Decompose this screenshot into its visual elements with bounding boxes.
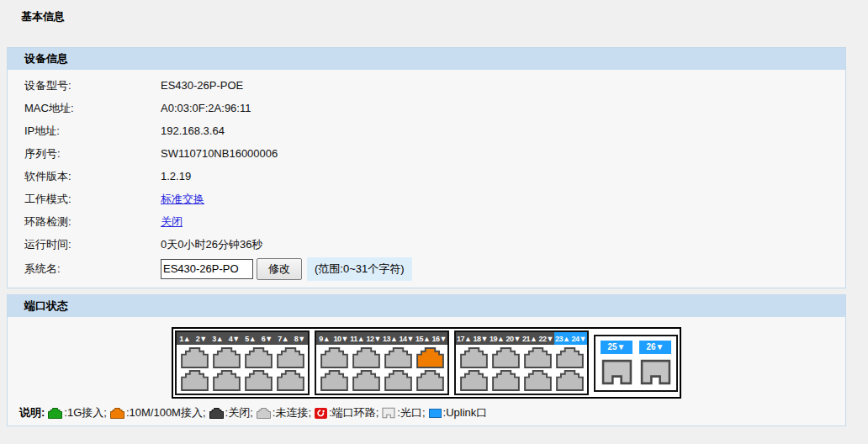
port-10-label: 10▼ <box>333 332 350 345</box>
page: 基本信息 设备信息 设备型号:ES430-26P-POEMAC地址:A0:03:… <box>0 9 868 426</box>
page-title: 基本信息 <box>21 9 868 24</box>
work-mode-label: 工作模式: <box>8 192 161 207</box>
legend-text-disconnected: :未连接; <box>273 405 311 420</box>
device-info-header: 设备信息 <box>8 48 845 70</box>
port-8-label: 8▼ <box>292 332 309 345</box>
info-row-uptime: 运行时间:0天0小时26分钟36秒 <box>8 233 845 256</box>
loop-icon <box>315 408 327 419</box>
legend-item-off: :关闭; <box>209 405 253 420</box>
disconnected-icon <box>257 408 271 419</box>
port-group-1: 1▲2▼3▲4▼5▲6▼7▲8▼ <box>175 330 310 395</box>
port-24-rj45-icon <box>556 370 584 391</box>
port-16-rj45-icon <box>416 370 444 391</box>
port-23-label: 23▲ <box>554 332 571 345</box>
legend-text-fiber: :光口; <box>397 405 425 420</box>
device-info-panel: 设备信息 设备型号:ES430-26P-POEMAC地址:A0:03:0F:2A… <box>7 47 846 288</box>
device-info-body: 设备型号:ES430-26P-POEMAC地址:A0:03:0F:2A:96:1… <box>8 70 845 288</box>
port-1-label: 1▲ <box>177 332 193 345</box>
system-name-input[interactable] <box>161 259 253 279</box>
legend-text-loop: :端口环路; <box>329 405 378 420</box>
port-21-label: 21▲ <box>521 332 538 345</box>
info-row-mac-address: MAC地址:A0:03:0F:2A:96:11 <box>8 97 845 119</box>
off-icon <box>209 408 224 419</box>
system-name-hint: (范围:0~31个字符) <box>307 257 412 281</box>
port-19-rj45-icon <box>492 347 520 368</box>
port-22-label: 22▼ <box>538 332 555 345</box>
serial-number-label: 序列号: <box>8 146 161 161</box>
port-14-rj45-icon <box>384 370 412 391</box>
port-6-label: 6▼ <box>259 332 276 345</box>
legend-text-uplink: :Uplink口 <box>443 405 488 420</box>
port-panel: 1▲2▼3▲4▼5▲6▼7▲8▼9▲10▼11▲12▼13▲14▼15▲16▼1… <box>172 327 681 399</box>
modify-button[interactable]: 修改 <box>257 258 302 280</box>
port-legend: 说明: :1G接入;:10M/100M接入;:关闭;:未连接;:端口环路;:光口… <box>19 405 845 420</box>
fiber-port-25: 25▼ <box>601 341 632 386</box>
port-6-rj45-icon <box>245 370 273 391</box>
work-mode-link[interactable]: 标准交换 <box>161 192 204 207</box>
mac-address-label: MAC地址: <box>8 101 161 116</box>
100m-icon <box>110 408 124 419</box>
port-7-rj45-icon <box>277 347 304 368</box>
port-group-2-grid <box>316 345 447 394</box>
port-25-sfp-icon <box>601 358 632 386</box>
legend-item-uplink: :Uplink口 <box>429 405 488 420</box>
port-10-rj45-icon <box>320 370 348 391</box>
port-21-rj45-icon <box>524 347 552 368</box>
info-row-software-version: 软件版本:1.2.19 <box>8 165 845 188</box>
info-row-system-name: 系统名:修改(范围:0~31个字符) <box>8 256 845 282</box>
port-group-2-header: 9▲10▼11▲12▼13▲14▼15▲16▼ <box>316 332 447 345</box>
port-23-rj45-icon <box>556 347 584 368</box>
port-20-label: 20▼ <box>505 332 522 345</box>
port-group-2: 9▲10▼11▲12▼13▲14▼15▲16▼ <box>315 330 449 395</box>
fiber-port-26: 26▼ <box>639 341 671 386</box>
legend-item-100m: :10M/100M接入; <box>110 405 206 420</box>
port-12-rj45-icon <box>352 370 380 391</box>
port-16-label: 16▼ <box>431 332 448 345</box>
port-20-rj45-icon <box>492 370 520 391</box>
port-9-label: 9▲ <box>316 332 333 345</box>
legend-title: 说明: <box>19 405 45 420</box>
device-model-label: 设备型号: <box>8 78 161 93</box>
ip-address-label: IP地址: <box>8 124 161 139</box>
loop-detection-link[interactable]: 关闭 <box>161 214 183 230</box>
ip-address-value: 192.168.3.64 <box>161 124 225 137</box>
port-26-sfp-icon <box>640 358 671 386</box>
1g-icon <box>48 408 62 419</box>
serial-number-value: SW110710NB16000006 <box>161 147 278 160</box>
legend-text-1g: :1G接入; <box>64 405 107 420</box>
port-13-rj45-icon <box>384 347 412 368</box>
device-model-value: ES430-26P-POE <box>161 79 243 92</box>
software-version-label: 软件版本: <box>8 169 161 184</box>
port-18-rj45-icon <box>460 370 488 391</box>
legend-item-1g: :1G接入; <box>48 405 107 420</box>
port-8-rj45-icon <box>277 370 304 391</box>
info-row-loop-detection: 环路检测:关闭 <box>8 210 845 233</box>
port-3-label: 3▲ <box>209 332 226 345</box>
port-row-bottom <box>178 370 306 391</box>
port-row-top <box>458 347 585 368</box>
port-13-label: 13▲ <box>382 332 399 345</box>
port-25-label: 25▼ <box>601 341 632 354</box>
port-row-top <box>178 347 306 368</box>
info-row-work-mode: 工作模式:标准交换 <box>8 188 845 210</box>
legend-item-disconnected: :未连接; <box>257 405 311 420</box>
system-name-label: 系统名: <box>8 262 161 277</box>
software-version-value: 1.2.19 <box>161 170 191 182</box>
port-9-rj45-icon <box>320 347 348 368</box>
port-5-rj45-icon <box>245 347 273 368</box>
info-row-ip-address: IP地址:192.168.3.64 <box>8 119 845 142</box>
legend-text-100m: :10M/100M接入; <box>126 405 206 420</box>
port-15-label: 15▲ <box>415 332 431 345</box>
legend-item-loop: :端口环路; <box>315 405 378 420</box>
port-17-label: 17▲ <box>456 332 473 345</box>
port-4-label: 4▼ <box>226 332 243 345</box>
port-2-rj45-icon <box>181 370 209 391</box>
port-3-rj45-icon <box>213 347 241 368</box>
loop-detection-label: 环路检测: <box>8 214 161 230</box>
mac-address-value: A0:03:0F:2A:96:11 <box>161 102 251 114</box>
port-row-bottom <box>318 370 446 391</box>
legend-text-off: :关闭; <box>225 405 253 420</box>
port-4-rj45-icon <box>213 370 241 391</box>
fiber-port-box: 25▼26▼ <box>594 335 678 392</box>
port-19-label: 19▲ <box>489 332 505 345</box>
